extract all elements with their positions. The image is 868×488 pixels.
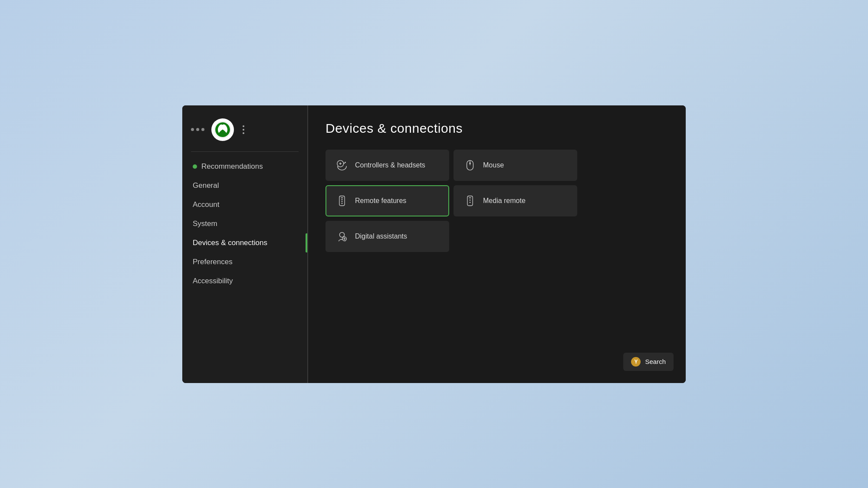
svg-point-5	[345, 162, 346, 163]
devices-grid: Controllers & headsets Mouse	[326, 150, 577, 252]
sidebar-item-devices-connections[interactable]: Devices & connections	[182, 233, 307, 252]
controller-icon	[336, 159, 348, 171]
sidebar-item-label: General	[193, 181, 219, 190]
grid-item-controllers-headsets[interactable]: Controllers & headsets	[326, 150, 449, 181]
grid-item-label: Mouse	[483, 161, 504, 169]
sidebar: Recommendations General Account System D…	[182, 105, 308, 383]
sidebar-item-label: Account	[193, 200, 219, 209]
svg-point-11	[342, 199, 343, 200]
svg-point-16	[470, 199, 471, 200]
search-label: Search	[645, 358, 666, 365]
remote-icon	[336, 195, 348, 207]
sidebar-item-recommendations[interactable]: Recommendations	[182, 157, 307, 176]
page-title: Devices & connections	[326, 121, 668, 136]
media-remote-icon	[464, 195, 476, 207]
svg-point-12	[342, 201, 343, 202]
mouse-icon	[464, 159, 476, 171]
sidebar-header	[182, 114, 307, 150]
dot-1	[191, 128, 194, 131]
sidebar-nav: Recommendations General Account System D…	[182, 157, 307, 291]
grid-item-label: Media remote	[483, 197, 526, 205]
grid-item-mouse[interactable]: Mouse	[454, 150, 577, 181]
sidebar-item-accessibility[interactable]: Accessibility	[182, 272, 307, 291]
grid-item-media-remote[interactable]: Media remote	[454, 185, 577, 216]
sidebar-item-preferences[interactable]: Preferences	[182, 252, 307, 272]
svg-rect-15	[469, 197, 471, 198]
xbox-logo	[211, 118, 234, 141]
svg-point-13	[342, 203, 343, 204]
dot-3	[201, 128, 204, 131]
sidebar-item-label: Preferences	[193, 258, 233, 266]
grid-item-remote-features[interactable]: Remote features	[326, 185, 449, 216]
recommendations-dot	[193, 164, 197, 169]
sidebar-item-label: Accessibility	[193, 277, 233, 285]
svg-point-8	[469, 162, 471, 164]
grid-item-digital-assistants[interactable]: Digital assistants	[326, 221, 449, 252]
sidebar-item-label: Devices & connections	[193, 239, 267, 247]
settings-window: Recommendations General Account System D…	[182, 105, 686, 383]
sidebar-item-general[interactable]: General	[182, 176, 307, 195]
grid-item-label: Controllers & headsets	[355, 161, 425, 169]
sidebar-item-label: System	[193, 219, 217, 228]
grid-item-label: Remote features	[355, 197, 406, 205]
main-content: Devices & connections Controllers & head…	[308, 105, 686, 383]
svg-point-4	[343, 162, 345, 164]
svg-rect-14	[467, 196, 473, 206]
sidebar-item-system[interactable]: System	[182, 214, 307, 233]
y-button-icon: Y	[631, 357, 641, 367]
sidebar-divider	[191, 151, 299, 152]
search-button[interactable]: Y Search	[623, 353, 674, 371]
dot-2	[196, 128, 199, 131]
grid-item-label: Digital assistants	[355, 233, 407, 240]
svg-rect-9	[339, 196, 345, 206]
sidebar-item-label: Recommendations	[201, 162, 263, 171]
menu-dots[interactable]	[243, 125, 244, 134]
svg-rect-10	[341, 197, 343, 198]
dots-indicator	[191, 128, 204, 131]
svg-point-17	[470, 202, 471, 203]
sidebar-item-account[interactable]: Account	[182, 195, 307, 214]
assistant-icon	[336, 230, 348, 242]
svg-point-18	[339, 232, 344, 237]
